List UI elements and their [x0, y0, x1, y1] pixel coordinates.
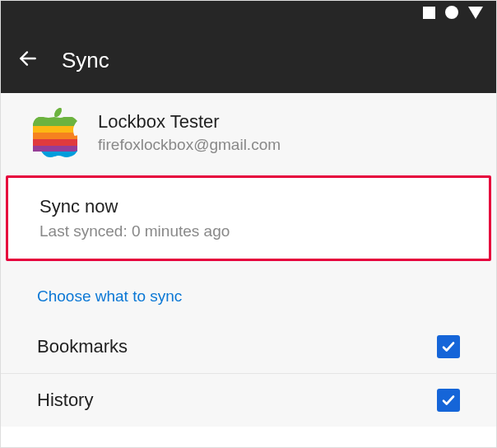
svg-rect-0	[423, 7, 435, 19]
account-name: Lockbox Tester	[98, 111, 281, 133]
svg-rect-10	[33, 126, 77, 133]
status-square-icon	[423, 7, 435, 22]
checkbox-bookmarks[interactable]	[437, 335, 460, 358]
sync-item-label: History	[37, 390, 93, 411]
back-icon[interactable]	[17, 48, 39, 72]
sync-item-label: Bookmarks	[37, 336, 128, 357]
svg-rect-11	[33, 133, 77, 139]
checkmark-icon	[441, 393, 456, 408]
account-text: Lockbox Tester firefoxlockbox@gmail.com	[98, 111, 281, 154]
sync-last-synced: Last synced: 0 minutes ago	[39, 222, 458, 240]
page-title: Sync	[62, 48, 109, 73]
status-triangle-icon	[468, 7, 483, 22]
avatar	[30, 108, 80, 157]
svg-rect-9	[33, 117, 77, 126]
svg-point-1	[445, 6, 458, 19]
app-bar: Sync	[1, 27, 496, 93]
status-circle-icon	[445, 6, 458, 22]
account-email: firefoxlockbox@gmail.com	[98, 136, 281, 154]
choose-section-label: Choose what to sync	[1, 268, 496, 320]
svg-rect-12	[33, 139, 77, 146]
sync-now-row[interactable]: Sync now Last synced: 0 minutes ago	[6, 175, 491, 261]
account-row[interactable]: Lockbox Tester firefoxlockbox@gmail.com	[1, 93, 496, 172]
content-area: Lockbox Tester firefoxlockbox@gmail.com …	[1, 93, 496, 427]
sync-item-history[interactable]: History	[1, 374, 496, 427]
svg-rect-14	[33, 152, 77, 157]
checkbox-history[interactable]	[437, 389, 460, 412]
svg-marker-2	[468, 7, 483, 19]
status-bar	[1, 1, 496, 27]
apple-rainbow-icon	[33, 108, 77, 157]
sync-item-bookmarks[interactable]: Bookmarks	[1, 320, 496, 374]
sync-now-label: Sync now	[39, 196, 458, 217]
checkmark-icon	[441, 339, 456, 354]
